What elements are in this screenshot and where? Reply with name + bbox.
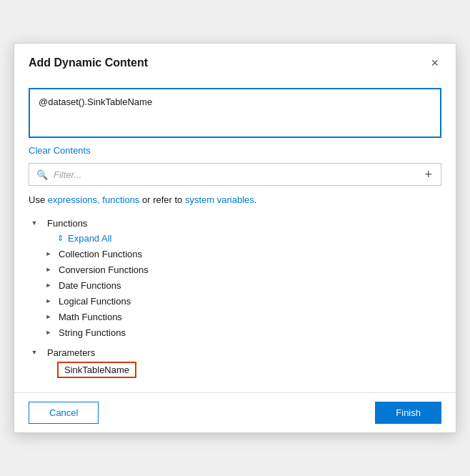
sink-table-name-param[interactable]: SinkTableName <box>57 362 136 378</box>
close-button[interactable]: × <box>428 55 441 71</box>
cancel-button[interactable]: Cancel <box>29 402 99 424</box>
math-functions-item[interactable]: ► Math Functions <box>43 309 441 324</box>
date-functions-label: Date Functions <box>59 280 121 291</box>
dialog-header: Add Dynamic Content × <box>14 44 456 79</box>
clear-contents-link[interactable]: Clear Contents <box>29 145 441 156</box>
logical-functions-item[interactable]: ► Logical Functions <box>43 293 441 309</box>
conversion-functions-toggle-icon: ► <box>43 264 54 275</box>
hint-text-middle: or refer to <box>139 194 185 205</box>
dialog-footer: Cancel Finish <box>14 392 456 432</box>
logical-functions-toggle-icon: ► <box>43 295 54 307</box>
hint-text-before: Use <box>29 194 48 205</box>
functions-children: ⇕ Expand All ► Collection Functions ► Co… <box>43 231 441 340</box>
date-functions-toggle-icon: ► <box>43 279 54 291</box>
parameters-toggle-icon: ▼ <box>29 347 40 358</box>
expand-all-icon: ⇕ <box>57 234 64 243</box>
parameters-section-header[interactable]: ▼ Parameters <box>29 344 441 360</box>
tree-section: ▼ Functions ⇕ Expand All ► Collection Fu… <box>29 215 441 378</box>
collection-functions-label: Collection Functions <box>59 249 142 259</box>
parameters-children: SinkTableName <box>43 360 441 378</box>
string-functions-item[interactable]: ► String Functions <box>43 324 441 340</box>
expressions-functions-link[interactable]: expressions, functions <box>48 194 140 205</box>
date-functions-item[interactable]: ► Date Functions <box>43 277 441 293</box>
parameters-label: Parameters <box>47 347 95 358</box>
functions-toggle-icon: ▼ <box>29 217 40 229</box>
hint-text: Use expressions, functions or refer to s… <box>29 194 441 205</box>
conversion-functions-label: Conversion Functions <box>59 264 149 275</box>
finish-button[interactable]: Finish <box>375 402 441 424</box>
conversion-functions-item[interactable]: ► Conversion Functions <box>43 262 441 277</box>
search-icon: 🔍 <box>36 169 48 180</box>
dialog-title: Add Dynamic Content <box>29 56 148 69</box>
functions-label: Functions <box>47 218 87 229</box>
add-dynamic-content-dialog: Add Dynamic Content × @dataset().SinkTab… <box>14 43 456 433</box>
hint-text-after: . <box>254 194 257 205</box>
filter-input[interactable] <box>54 169 417 180</box>
expand-all-link[interactable]: Expand All <box>68 233 111 244</box>
collection-functions-item[interactable]: ► Collection Functions <box>43 246 441 262</box>
logical-functions-label: Logical Functions <box>59 296 131 307</box>
math-functions-label: Math Functions <box>59 312 122 322</box>
expand-all-item[interactable]: ⇕ Expand All <box>57 231 441 246</box>
add-button[interactable]: + <box>423 168 434 181</box>
expression-value: @dataset().SinkTableName <box>39 96 152 107</box>
filter-row: 🔍 + <box>29 163 441 186</box>
string-functions-toggle-icon: ► <box>43 327 54 338</box>
expression-editor[interactable]: @dataset().SinkTableName <box>29 88 441 138</box>
dialog-body: @dataset().SinkTableName Clear Contents … <box>14 79 456 390</box>
math-functions-toggle-icon: ► <box>43 311 54 322</box>
system-variables-link[interactable]: system variables <box>185 194 254 205</box>
functions-section-header[interactable]: ▼ Functions <box>29 215 441 231</box>
string-functions-label: String Functions <box>59 327 126 338</box>
collection-functions-toggle-icon: ► <box>43 248 54 259</box>
